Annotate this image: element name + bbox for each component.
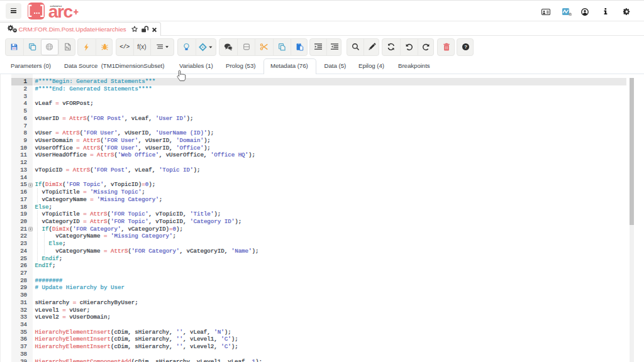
svg-text:?: ?: [464, 45, 467, 50]
